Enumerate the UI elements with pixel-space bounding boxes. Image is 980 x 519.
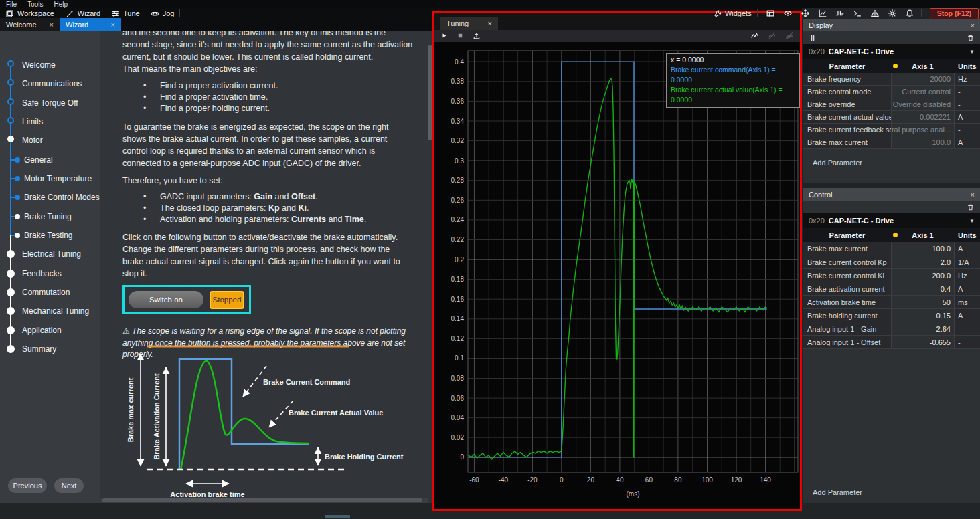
sidebar-item-mechanical-tuning[interactable]: Mechanical Tuning bbox=[0, 306, 100, 316]
step-dot bbox=[15, 233, 20, 238]
signals-overlay-icon[interactable] bbox=[785, 31, 794, 40]
tab-wizard[interactable]: Wizard × bbox=[60, 18, 121, 31]
pause-icon[interactable] bbox=[809, 34, 817, 42]
move-icon[interactable] bbox=[798, 9, 813, 18]
sidebar-item-limits[interactable]: Limits bbox=[0, 116, 100, 127]
close-icon[interactable]: × bbox=[971, 191, 975, 199]
wizard-page-content: and the second one to keep its activatio… bbox=[100, 31, 433, 503]
workspace-button[interactable]: Workspace bbox=[0, 8, 60, 19]
parameter-value[interactable]: 0.4 bbox=[891, 282, 955, 295]
tune-icon bbox=[111, 9, 120, 18]
menu-help[interactable]: Help bbox=[54, 1, 68, 8]
parameter-value[interactable]: 200.0 bbox=[891, 269, 955, 282]
switch-on-button[interactable]: Switch on bbox=[129, 291, 203, 308]
export-icon[interactable] bbox=[473, 32, 481, 40]
parameter-value[interactable]: Current control bbox=[891, 86, 955, 98]
jog-button[interactable]: Jog bbox=[145, 8, 180, 19]
sidebar-item-brake-control-modes[interactable]: Brake Control Modes bbox=[0, 192, 100, 203]
display-device-selector[interactable]: 0x20 CAP-NET-C - Drive ▼ bbox=[803, 44, 980, 59]
sidebar-item-summary[interactable]: Summary bbox=[0, 344, 100, 354]
play-icon[interactable] bbox=[440, 32, 448, 39]
svg-text:(ms): (ms) bbox=[627, 490, 640, 498]
parameter-value[interactable]: 100.0 bbox=[891, 136, 955, 148]
wizard-button[interactable]: Wizard bbox=[60, 8, 106, 19]
sidebar-item-electrical-tuning[interactable]: Electrical Tuning bbox=[0, 249, 100, 260]
parameter-value[interactable]: 20000 bbox=[891, 73, 955, 85]
trash-icon[interactable] bbox=[967, 203, 975, 211]
warning-icon[interactable] bbox=[868, 9, 882, 18]
sidebar-item-general[interactable]: General bbox=[0, 154, 100, 165]
close-icon[interactable]: × bbox=[50, 21, 54, 29]
svg-text:0.34: 0.34 bbox=[451, 118, 465, 125]
tab-tuning[interactable]: Tuning × bbox=[440, 17, 498, 30]
terminal-icon[interactable] bbox=[850, 9, 865, 18]
parameter-value[interactable]: 0.15 bbox=[891, 309, 955, 322]
parameter-value[interactable]: 0.002221 bbox=[891, 111, 955, 123]
add-parameter-link[interactable]: Add Parameter bbox=[803, 488, 980, 503]
widgets-label[interactable]: Widgets bbox=[725, 9, 752, 17]
bell-icon[interactable] bbox=[902, 9, 917, 18]
parameter-value[interactable]: 2.64 bbox=[891, 322, 955, 335]
sidebar-item-brake-tuning[interactable]: Brake Tuning bbox=[0, 211, 100, 222]
table-row: Brake holding current0.15A bbox=[803, 309, 980, 322]
chart-icon[interactable] bbox=[815, 9, 830, 18]
label-brake-activation-current: Brake Activation Current bbox=[153, 373, 161, 460]
close-icon[interactable]: × bbox=[488, 19, 492, 27]
parameter-value[interactable]: General purpose anal... bbox=[891, 124, 955, 136]
trash-icon[interactable] bbox=[967, 34, 975, 42]
signals-compare-icon[interactable] bbox=[768, 31, 777, 40]
sidebar-item-commutation[interactable]: Commutation bbox=[0, 287, 100, 298]
tune-button[interactable]: Tune bbox=[106, 8, 145, 19]
scope-toolbar bbox=[434, 30, 800, 42]
step-label: Welcome bbox=[22, 60, 56, 70]
setting-item: •GADC input parameters: Gain and Offset. bbox=[122, 191, 413, 203]
sidebar-item-welcome[interactable]: Welcome bbox=[0, 60, 100, 70]
content-horizontal-scrollbar[interactable] bbox=[100, 498, 428, 503]
gear-icon[interactable] bbox=[885, 9, 900, 18]
parameter-value[interactable]: Override disabled bbox=[891, 98, 955, 110]
menu-file[interactable]: File bbox=[6, 1, 17, 8]
signal-icon[interactable] bbox=[750, 31, 759, 40]
sidebar-item-brake-testing[interactable]: Brake Testing bbox=[0, 230, 100, 241]
sidebar-item-feedbacks[interactable]: Feedbacks bbox=[0, 268, 100, 279]
menu-tools[interactable]: Tools bbox=[27, 1, 43, 8]
svg-text:0.12: 0.12 bbox=[451, 335, 465, 342]
sidebar-item-communications[interactable]: Communications bbox=[0, 78, 100, 89]
pulse-icon[interactable] bbox=[833, 9, 847, 18]
stopped-status-button[interactable]: Stopped bbox=[210, 291, 244, 309]
next-button[interactable]: Next bbox=[54, 478, 84, 493]
svg-text:0.22: 0.22 bbox=[451, 236, 465, 243]
sidebar-item-safe-torque-off[interactable]: Safe Torque Off bbox=[0, 98, 100, 108]
bottom-scrollbar-thumb[interactable] bbox=[325, 515, 350, 518]
content-vertical-scrollbar[interactable] bbox=[428, 31, 432, 492]
svg-text:0.08: 0.08 bbox=[451, 375, 465, 382]
wizard-progress-line bbox=[10, 65, 11, 235]
eye-icon[interactable] bbox=[781, 9, 795, 18]
parameter-value[interactable]: -0.655 bbox=[891, 336, 955, 348]
svg-text:0.38: 0.38 bbox=[451, 78, 465, 85]
sidebar-item-application[interactable]: Application bbox=[0, 325, 100, 336]
stop-square-icon[interactable] bbox=[457, 32, 464, 39]
parameter-value[interactable]: 2.0 bbox=[891, 255, 955, 268]
step-label: Brake Tuning bbox=[24, 212, 72, 221]
add-parameter-link[interactable]: Add Parameter bbox=[803, 149, 980, 167]
parameter-value[interactable]: 100.0 bbox=[891, 242, 955, 255]
control-device-selector[interactable]: 0x20 CAP-NET-C - Drive ▼ bbox=[803, 213, 980, 228]
table-row: Brake current actual value0.002221A bbox=[803, 111, 980, 124]
wrench-icon[interactable] bbox=[714, 9, 722, 18]
axis-color-dot bbox=[893, 64, 898, 68]
parameter-name: Brake current actual value bbox=[803, 111, 891, 123]
stop-button[interactable]: Stop (F12) bbox=[930, 8, 979, 19]
sidebar-item-motor-temperature[interactable]: Motor Temperature bbox=[0, 173, 100, 184]
device-address: 0x20 bbox=[809, 217, 825, 225]
previous-button[interactable]: Previous bbox=[8, 478, 47, 493]
close-icon[interactable]: × bbox=[971, 21, 975, 29]
tab-welcome[interactable]: Welcome × bbox=[0, 18, 60, 31]
parameter-name: Analog input 1 - Gain bbox=[803, 322, 891, 335]
parameter-name: Brake frequency bbox=[803, 73, 891, 85]
parameter-value[interactable]: 50 bbox=[891, 296, 955, 308]
scope-plot[interactable]: 00.020.040.060.080.10.120.140.160.180.20… bbox=[434, 42, 800, 509]
close-icon[interactable]: × bbox=[111, 21, 115, 29]
sidebar-item-motor[interactable]: Motor bbox=[0, 135, 100, 146]
table-widget-icon[interactable] bbox=[763, 9, 778, 18]
